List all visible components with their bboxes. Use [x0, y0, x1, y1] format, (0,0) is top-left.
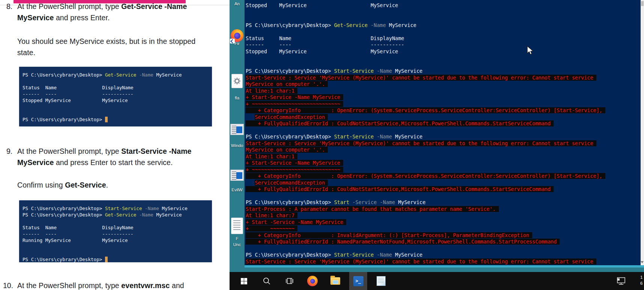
desktop-icon-label-document-line1[interactable]: F: [229, 236, 245, 241]
console-scrollbar-thumb[interactable]: [641, 1, 644, 6]
terminal-text-segment: [246, 114, 255, 120]
terminal-text-segment: MyService on computer '.'.: [246, 81, 328, 87]
terminal-line: PS C:\Users\cybrary\Desktop> Get-Service…: [23, 72, 212, 78]
taskbar-file-explorer-button[interactable]: [326, 272, 344, 290]
desktop-icon-windows-app[interactable]: [230, 124, 245, 135]
app-window-panel: [236, 126, 242, 133]
taskbar-powershell-button-active[interactable]: >_: [349, 272, 367, 290]
app-window-lines: [232, 126, 236, 134]
terminal-text-segment: _: [105, 257, 108, 262]
terminal-line: PS C:\Users\cybrary\Desktop> _: [23, 116, 212, 123]
terminal-text-segment: + CategoryInfo : OpenError: (System.Serv…: [246, 107, 605, 113]
text-document-icon: [231, 218, 243, 234]
terminal-text-segment: PS C:\Users\cybrary\Desktop>: [23, 212, 105, 218]
terminal-text-segment: Status Name DisplayName: [23, 85, 134, 90]
terminal-line: + FullyQualifiedErrorId : NamedParameter…: [246, 239, 639, 245]
terminal-text-segment: -Name: [368, 22, 386, 28]
terminal-line: [23, 218, 212, 224]
desktop-icon-firefox[interactable]: [230, 29, 245, 42]
terminal-line: Stopped MyService MyService: [246, 48, 639, 55]
terminal-line: Status Name DisplayName: [23, 84, 212, 91]
tray-clock-partial[interactable]: 1 6: [640, 274, 644, 288]
terminal-text-segment: -Name: [377, 199, 395, 205]
document-pane: 8. At the PowerShell prompt, type Get-Se…: [0, 0, 230, 290]
terminal-text-segment: ------ ---- -----------: [23, 231, 134, 237]
powershell-window[interactable]: Stopped MyService MyService PS C:\Users\…: [245, 0, 644, 267]
step-10-command: eventvwr.msc: [121, 281, 170, 290]
desktop-icon-document[interactable]: [230, 218, 245, 234]
terminal-text-segment: PS C:\Users\cybrary\Desktop>: [23, 206, 105, 211]
terminal-text-segment: Get-Service: [334, 22, 368, 28]
desktop-icon-label-flag[interactable]: fla: [229, 96, 245, 100]
terminal-line: PS C:\Users\cybrary\Desktop> Start-Servi…: [246, 252, 639, 258]
terminal-text-segment: Start-Process : A parameter cannot be fo…: [246, 206, 499, 212]
mouse-cursor-icon: [527, 46, 535, 56]
terminal-text-segment: + FullyQualifiedErrorId : NamedParameter…: [246, 239, 560, 245]
terminal-line: [23, 104, 212, 110]
terminal-line: ------ ---- -----------: [23, 91, 212, 97]
terminal-text-segment: PS C:\Users\cybrary\Desktop>: [23, 72, 105, 78]
terminal-line: [23, 243, 212, 250]
desktop-icon-evilwinrm[interactable]: [230, 170, 245, 181]
terminal-text-segment: [246, 180, 255, 186]
terminal-line: PS C:\Users\cybrary\Desktop> Start-Servi…: [246, 68, 639, 75]
terminal-line: + ~~~~~~~~: [246, 225, 639, 232]
terminal-line: Start-Service : Service 'MyService (MySe…: [246, 75, 639, 81]
taskbar-firefox-button[interactable]: [303, 272, 321, 290]
terminal-text-segment: MyService: [153, 212, 182, 218]
tray-display-button[interactable]: [616, 276, 626, 287]
step-8-note: You should see MyService exists, but is …: [17, 36, 209, 58]
terminal-text-segment: MyService on computer '.'.: [246, 147, 328, 153]
notepad-icon: [377, 276, 386, 286]
terminal-line: MyService on computer '.'.: [246, 81, 639, 88]
firefox-icon: [307, 276, 318, 286]
confirm-text: Confirm using Get-Service.: [17, 179, 209, 191]
console-scrollbar-track[interactable]: [641, 0, 644, 265]
step-9-number: 9.: [6, 146, 12, 157]
start-button[interactable]: [235, 272, 253, 290]
powershell-icon: >_: [353, 276, 363, 286]
task-view-icon: [285, 277, 294, 285]
screenshot-terminal-1: PS C:\Users\cybrary\Desktop> Get-Service…: [19, 66, 212, 127]
terminal-line: Stopped MyService MyService: [246, 2, 639, 9]
file-explorer-icon: [330, 277, 340, 285]
screen: 8. At the PowerShell prompt, type Get-Se…: [0, 0, 644, 290]
task-view-button[interactable]: [281, 272, 299, 290]
desktop-icon-label-document-line2[interactable]: Unc: [229, 242, 245, 247]
terminal-text-segment: -Name: [374, 134, 392, 140]
windows-logo-icon: [241, 278, 247, 284]
step-8-post: and press Enter.: [54, 14, 110, 22]
terminal-text-segment: Stopped MyService MyService: [246, 2, 398, 8]
terminal-line: Stopped MyService MyService: [23, 97, 212, 104]
terminal-line: Start-Service : Service 'MyService (MySe…: [246, 258, 639, 265]
desktop-icon-label-firefox[interactable]: Fir: [229, 41, 245, 46]
console-scrollbar-down-arrow-icon[interactable]: [641, 261, 644, 263]
terminal-line: ServiceCommandException: [246, 180, 639, 186]
terminal-text-segment: Start: [334, 199, 350, 205]
terminal-text-segment: -Name: [142, 206, 159, 211]
taskbar-notepad-button[interactable]: [372, 272, 390, 290]
terminal-text-segment: MyService: [392, 134, 422, 140]
terminal-text-segment: -Name: [136, 72, 153, 78]
step-8-pre: At the PowerShell prompt, type: [17, 2, 121, 11]
search-button[interactable]: [258, 272, 276, 290]
file-icon: [231, 74, 243, 88]
terminal-text-segment: Start-Service: [334, 134, 374, 140]
terminal-text-segment: ------ ---- -----------: [23, 91, 134, 97]
firefox-icon: [231, 29, 243, 42]
terminal-text-segment: + ~~~~~~~~~~~~~~~~~~~~~~~~~~~~~: [246, 101, 343, 107]
terminal-line: ------ ---- -----------: [23, 231, 212, 237]
terminal-text-segment: Get-Service: [105, 72, 136, 78]
terminal-text-segment: -Name: [374, 252, 392, 258]
desktop-icon-label-analyze[interactable]: An: [229, 2, 245, 6]
terminal-text-segment: PS C:\Users\cybrary\Desktop>: [23, 117, 105, 122]
desktop-icon-label-evilwinrm[interactable]: EvilW: [229, 188, 245, 192]
terminal-text-segment: Status Name DisplayName: [246, 35, 404, 41]
desktop-icon-label-windows-app[interactable]: Windo: [229, 143, 245, 148]
terminal-line: PS C:\Users\cybrary\Desktop> Get-Service…: [246, 22, 639, 29]
terminal-text-segment: Stopped MyService MyService: [246, 48, 398, 54]
desktop-icon-flag-file[interactable]: [230, 74, 245, 88]
terminal-text-segment: MyService: [392, 68, 422, 74]
terminal-text-segment: Start-Service: [334, 68, 374, 74]
clock-time-fragment: 1: [640, 274, 644, 280]
